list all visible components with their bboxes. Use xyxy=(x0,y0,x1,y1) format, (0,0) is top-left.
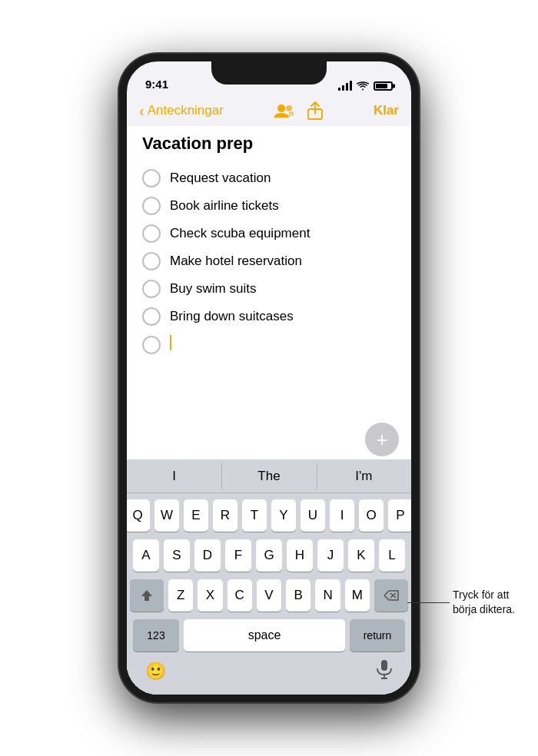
back-button[interactable]: ‹ Anteckningar xyxy=(139,103,224,118)
keyboard-area: I The I'm Q W xyxy=(127,459,411,695)
bottom-bar: 🙂 xyxy=(127,655,411,695)
signal-bar-4 xyxy=(350,81,352,91)
checkbox-6[interactable] xyxy=(142,307,161,326)
plus-button[interactable]: + xyxy=(365,423,399,456)
annotation-text: Tryck för att börja diktera. xyxy=(453,588,515,618)
checkbox-4[interactable] xyxy=(142,252,161,270)
item-text-4: Make hotel reservation xyxy=(170,254,302,269)
checkbox-2[interactable] xyxy=(142,197,161,215)
checkbox-3[interactable] xyxy=(142,224,161,243)
key-f[interactable]: F xyxy=(225,539,251,572)
checkbox-1[interactable] xyxy=(142,169,161,187)
nav-icons xyxy=(274,101,323,120)
key-t[interactable]: T xyxy=(242,499,267,532)
checklist-item-2[interactable]: Book airline tickets xyxy=(142,192,396,220)
key-row-1: Q W E R T Y U I O P xyxy=(130,499,408,532)
battery-fill xyxy=(376,84,387,88)
shift-key[interactable] xyxy=(130,579,164,612)
key-s[interactable]: S xyxy=(164,539,190,572)
emoji-button[interactable]: 🙂 xyxy=(145,662,166,681)
text-cursor xyxy=(170,335,171,350)
key-k[interactable]: K xyxy=(348,539,374,572)
key-c[interactable]: C xyxy=(227,579,252,612)
backspace-icon xyxy=(384,590,399,601)
notch xyxy=(211,61,327,85)
key-x[interactable]: X xyxy=(198,579,222,612)
annotation-line xyxy=(407,602,450,603)
checklist-item-4[interactable]: Make hotel reservation xyxy=(142,247,396,275)
autocomplete-im[interactable]: I'm xyxy=(317,459,411,492)
key-e[interactable]: E xyxy=(184,499,208,532)
item-text-3: Check scuba equipment xyxy=(170,226,310,241)
key-w[interactable]: W xyxy=(154,499,179,532)
key-row-3: Z X C V B N M xyxy=(130,579,408,612)
checkbox-5[interactable] xyxy=(142,280,161,298)
checklist-item-1[interactable]: Request vacation xyxy=(142,164,396,192)
item-text-5: Buy swim suits xyxy=(170,281,256,297)
key-p[interactable]: P xyxy=(388,499,413,532)
bottom-key-row: 123 space return xyxy=(130,619,408,652)
annotation-container: Tryck för att börja diktera. xyxy=(407,588,515,618)
signal-bar-3 xyxy=(346,83,348,91)
svg-point-0 xyxy=(277,104,285,112)
key-r[interactable]: R xyxy=(213,499,237,532)
checklist-item-5[interactable]: Buy swim suits xyxy=(142,275,396,303)
note-title: Vacation prep xyxy=(142,134,396,154)
done-button[interactable]: Klar xyxy=(374,103,399,118)
phone-frame: 9:41 xyxy=(119,54,419,702)
note-content[interactable]: Vacation prep Request vacation Book airl… xyxy=(127,126,411,366)
key-q[interactable]: Q xyxy=(125,499,150,532)
signal-bar-1 xyxy=(338,88,340,91)
space-key[interactable]: space xyxy=(184,619,345,652)
battery-icon xyxy=(374,81,393,91)
note-wrapper: Vacation prep Request vacation Book airl… xyxy=(127,126,411,695)
key-v[interactable]: V xyxy=(257,579,281,612)
item-text-1: Request vacation xyxy=(170,171,271,186)
signal-bars-icon xyxy=(338,81,352,91)
microphone-icon xyxy=(376,659,393,679)
back-label: Anteckningar xyxy=(148,103,224,118)
backspace-key[interactable] xyxy=(374,579,408,612)
key-z[interactable]: Z xyxy=(168,579,193,612)
item-text-6: Bring down suitcases xyxy=(170,309,294,324)
key-a[interactable]: A xyxy=(133,539,159,572)
checkbox-7[interactable] xyxy=(142,336,161,354)
signal-bar-2 xyxy=(342,85,344,91)
key-d[interactable]: D xyxy=(194,539,221,572)
item-text-2: Book airline tickets xyxy=(170,198,279,214)
checklist-item-3[interactable]: Check scuba equipment xyxy=(142,220,396,247)
key-row-2: A S D F G H J K L xyxy=(130,539,408,572)
key-u[interactable]: U xyxy=(301,499,325,532)
key-g[interactable]: G xyxy=(256,539,282,572)
status-icons xyxy=(338,81,393,91)
collaboration-icon[interactable] xyxy=(274,102,295,119)
key-o[interactable]: O xyxy=(359,499,384,532)
autocomplete-i[interactable]: I xyxy=(127,459,221,492)
share-icon[interactable] xyxy=(307,101,323,120)
checklist-item-7[interactable] xyxy=(142,330,396,359)
key-j[interactable]: J xyxy=(317,539,344,572)
key-l[interactable]: L xyxy=(379,539,405,572)
nav-bar: ‹ Anteckningar xyxy=(127,95,411,126)
checklist-item-6[interactable]: Bring down suitcases xyxy=(142,303,396,330)
content-area: ‹ Anteckningar xyxy=(127,95,411,695)
key-i[interactable]: I xyxy=(330,499,354,532)
key-h[interactable]: H xyxy=(287,539,313,572)
numbers-key[interactable]: 123 xyxy=(133,619,179,652)
autocomplete-bar: I The I'm xyxy=(127,459,411,493)
status-time: 9:41 xyxy=(145,78,168,91)
key-b[interactable]: B xyxy=(286,579,311,612)
item-text-7 xyxy=(170,335,171,354)
key-n[interactable]: N xyxy=(315,579,340,612)
wifi-icon xyxy=(357,81,369,91)
return-key[interactable]: return xyxy=(350,619,405,652)
key-y[interactable]: Y xyxy=(271,499,296,532)
microphone-button[interactable] xyxy=(376,659,393,684)
key-m[interactable]: M xyxy=(345,579,370,612)
svg-rect-8 xyxy=(381,660,387,671)
shift-icon xyxy=(140,589,154,602)
keyboard-rows: Q W E R T Y U I O P xyxy=(127,493,411,655)
chevron-left-icon: ‹ xyxy=(139,103,144,118)
autocomplete-the[interactable]: The xyxy=(221,459,316,492)
